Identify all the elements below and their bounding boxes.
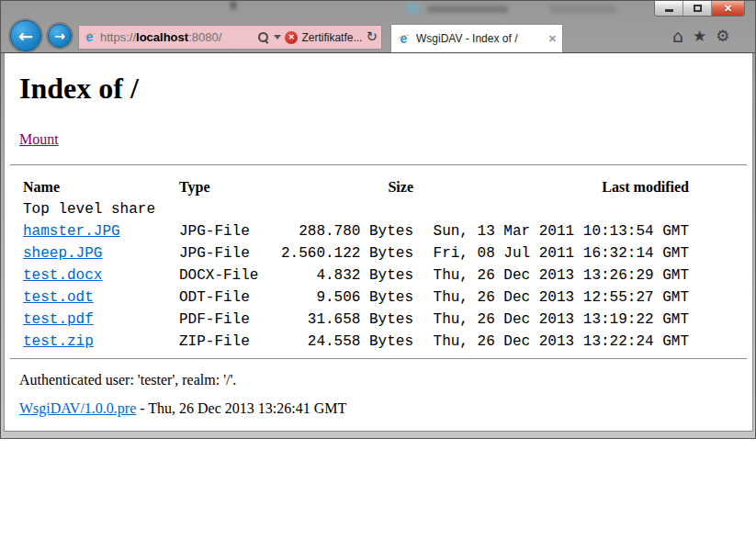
maximize-icon xyxy=(694,5,702,12)
close-window-button[interactable]: ✕ xyxy=(712,1,744,16)
file-modified: Sun, 13 Mar 2011 10:13:54 GMT xyxy=(413,220,689,242)
file-link[interactable]: sheep.JPG xyxy=(23,245,102,262)
window-controls: ✕ xyxy=(654,1,745,17)
file-modified: Thu, 26 Dec 2013 13:19:22 GMT xyxy=(413,309,689,331)
file-type: ODT-File xyxy=(179,287,280,309)
file-size: 31.658 Bytes xyxy=(280,309,413,331)
maximize-button[interactable] xyxy=(683,1,712,16)
chevron-down-icon[interactable] xyxy=(274,35,281,39)
forward-arrow-icon: → xyxy=(54,28,65,43)
file-link[interactable]: hamster.JPG xyxy=(23,223,120,240)
back-arrow-icon: ← xyxy=(18,26,33,46)
file-type: JPG-File xyxy=(179,242,280,264)
column-header-type: Type xyxy=(179,176,280,198)
tab-favicon-ie-icon: e xyxy=(397,32,411,46)
desktop-blur-artifact xyxy=(427,6,508,13)
browser-tab[interactable]: e WsgiDAV - Index of / ✕ xyxy=(390,24,563,52)
page-content: Index of / Mount Name Type Size Last mod… xyxy=(4,53,753,432)
divider xyxy=(10,358,747,359)
desktop-blur-artifact xyxy=(550,5,616,13)
tab-title: WsgiDAV - Index of / xyxy=(416,32,543,45)
file-modified: Thu, 26 Dec 2013 13:26:29 GMT xyxy=(413,264,689,287)
settings-gear-icon[interactable]: ⚙ xyxy=(716,28,729,44)
file-type: JPG-File xyxy=(179,220,280,242)
file-link[interactable]: test.docx xyxy=(23,267,102,284)
certificate-error-label[interactable]: Zertifikatfe... xyxy=(301,31,362,44)
file-link[interactable]: test.pdf xyxy=(23,311,94,328)
file-size: 288.780 Bytes xyxy=(280,220,413,242)
table-row: test.zip ZIP-File 24.558 Bytes Thu, 26 D… xyxy=(5,331,752,353)
file-link[interactable]: test.zip xyxy=(23,333,94,350)
site-favicon-ie-icon: e xyxy=(83,30,96,44)
file-type: PDF-File xyxy=(179,309,280,331)
url-text[interactable]: https://localhost:8080/ xyxy=(100,30,254,44)
server-signature-line: WsgiDAV/1.0.0.pre - Thu, 26 Dec 2013 13:… xyxy=(19,400,752,417)
authenticated-user-line: Authenticated user: 'tester', realm: '/'… xyxy=(19,372,752,388)
minimize-button[interactable] xyxy=(655,1,683,16)
file-size: 4.832 Bytes xyxy=(280,264,413,287)
close-icon: ✕ xyxy=(724,4,732,14)
table-row: test.docx DOCX-File 4.832 Bytes Thu, 26 … xyxy=(5,264,752,287)
table-row: test.odt ODT-File 9.506 Bytes Thu, 26 De… xyxy=(5,287,752,309)
table-row: test.pdf PDF-File 31.658 Bytes Thu, 26 D… xyxy=(5,309,752,331)
back-button[interactable]: ← xyxy=(10,20,41,51)
server-timestamp: - Thu, 26 Dec 2013 13:26:41 GMT xyxy=(136,400,346,416)
desktop-blur-artifact xyxy=(231,1,236,9)
file-modified: Thu, 26 Dec 2013 13:22:24 GMT xyxy=(413,331,689,353)
favorites-star-icon[interactable]: ★ xyxy=(693,28,706,44)
directory-listing: Name Type Size Last modified Top level s… xyxy=(5,176,752,353)
minimize-icon xyxy=(665,9,673,12)
forward-button[interactable]: → xyxy=(48,24,72,48)
column-header-modified: Last modified xyxy=(413,176,689,198)
file-size: 24.558 Bytes xyxy=(280,331,413,353)
url-host: localhost xyxy=(136,30,188,44)
search-icon[interactable] xyxy=(257,31,270,44)
refresh-icon[interactable]: ↻ xyxy=(366,30,378,44)
file-link[interactable]: test.odt xyxy=(23,289,94,306)
table-row: sheep.JPG JPG-File 2.560.122 Bytes Fri, … xyxy=(5,242,752,264)
desktop-blur-artifact xyxy=(407,3,420,14)
column-header-name: Name xyxy=(23,176,179,198)
table-header-row: Name Type Size Last modified xyxy=(5,176,752,198)
url-scheme: https:// xyxy=(100,30,136,44)
file-modified: Thu, 26 Dec 2013 12:55:27 GMT xyxy=(413,287,689,309)
title-bar[interactable] xyxy=(1,1,755,21)
url-path: :8080/ xyxy=(188,30,221,44)
address-bar[interactable]: e https://localhost:8080/ ✕ Zertifikatfe… xyxy=(78,25,382,50)
section-row: Top level share xyxy=(5,198,752,220)
close-tab-icon[interactable]: ✕ xyxy=(548,33,557,45)
file-type: ZIP-File xyxy=(179,331,280,353)
table-row: hamster.JPG JPG-File 288.780 Bytes Sun, … xyxy=(5,220,752,242)
mount-link[interactable]: Mount xyxy=(19,131,59,147)
file-modified: Fri, 08 Jul 2011 16:32:14 GMT xyxy=(413,242,689,264)
home-icon[interactable]: ⌂ xyxy=(672,28,683,45)
file-size: 9.506 Bytes xyxy=(280,287,413,309)
divider xyxy=(10,164,747,165)
browser-window: ✕ ← → e https://localhost:8080/ ✕ Zertif… xyxy=(0,0,756,439)
browser-toolbar-icons: ⌂ ★ ⚙ xyxy=(672,28,730,45)
wsgidav-version-link[interactable]: WsgiDAV/1.0.0.pre xyxy=(19,400,136,416)
certificate-error-icon[interactable]: ✕ xyxy=(285,31,298,44)
file-size: 2.560.122 Bytes xyxy=(280,242,413,264)
file-type: DOCX-File xyxy=(179,264,280,287)
column-header-size: Size xyxy=(280,176,413,198)
section-label: Top level share xyxy=(23,198,155,220)
page-title: Index of / xyxy=(19,72,752,106)
